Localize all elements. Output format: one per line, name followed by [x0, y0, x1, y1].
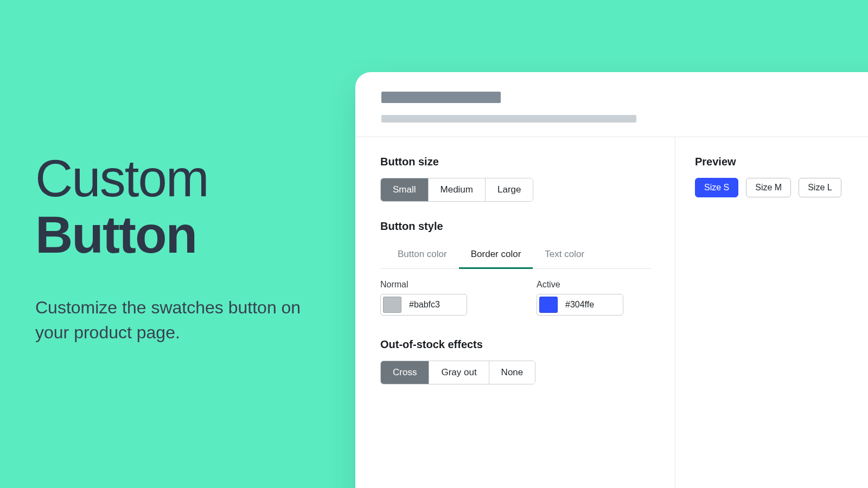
- active-color-block: Active #304ffe: [537, 280, 623, 316]
- hero-title-line1: Custom: [35, 152, 339, 205]
- tab-border-color[interactable]: Border color: [459, 242, 533, 269]
- preview-size-l[interactable]: Size L: [799, 178, 841, 197]
- hero-title-line2: Button: [35, 208, 339, 261]
- button-style-label: Button style: [380, 220, 651, 233]
- normal-color-block: Normal #babfc3: [380, 280, 467, 316]
- settings-panel: Button size Small Medium Large Button st…: [355, 137, 675, 488]
- size-option-large[interactable]: Large: [486, 178, 533, 201]
- size-option-small[interactable]: Small: [381, 178, 429, 201]
- normal-color-input[interactable]: #babfc3: [380, 294, 467, 316]
- app-window: Button size Small Medium Large Button st…: [355, 72, 868, 488]
- preview-size-row: Size S Size M Size L: [695, 178, 868, 197]
- placeholder-title-bar: [381, 92, 501, 103]
- oos-option-gray-out[interactable]: Gray out: [429, 361, 489, 384]
- active-color-swatch[interactable]: [539, 297, 558, 313]
- size-option-medium[interactable]: Medium: [429, 178, 486, 201]
- style-tabs: Button color Border color Text color: [380, 242, 651, 269]
- active-state-label: Active: [537, 280, 623, 290]
- oos-label: Out-of-stock effects: [380, 338, 651, 351]
- active-color-input[interactable]: #304ffe: [537, 294, 623, 316]
- normal-color-value: #babfc3: [409, 300, 440, 310]
- button-size-label: Button size: [380, 156, 651, 168]
- hero-subtitle: Customize the swatches button on your pr…: [35, 295, 339, 345]
- preview-size-m[interactable]: Size M: [746, 178, 791, 197]
- app-body: Button size Small Medium Large Button st…: [355, 137, 868, 488]
- preview-panel: Preview Size S Size M Size L: [675, 137, 868, 488]
- oos-option-cross[interactable]: Cross: [381, 361, 429, 384]
- color-inputs-row: Normal #babfc3 Active #304ffe: [380, 280, 651, 316]
- placeholder-subtitle-bar: [381, 115, 636, 123]
- preview-size-s[interactable]: Size S: [695, 178, 738, 197]
- oos-segment: Cross Gray out None: [380, 361, 535, 384]
- oos-option-none[interactable]: None: [489, 361, 535, 384]
- app-header: [355, 72, 868, 137]
- hero: Custom Button Customize the swatches but…: [35, 152, 339, 345]
- normal-state-label: Normal: [380, 280, 467, 290]
- tab-button-color[interactable]: Button color: [380, 242, 459, 269]
- tab-text-color[interactable]: Text color: [533, 242, 596, 269]
- active-color-value: #304ffe: [565, 300, 594, 310]
- preview-label: Preview: [695, 156, 868, 168]
- button-size-segment: Small Medium Large: [380, 178, 533, 202]
- normal-color-swatch[interactable]: [383, 297, 401, 313]
